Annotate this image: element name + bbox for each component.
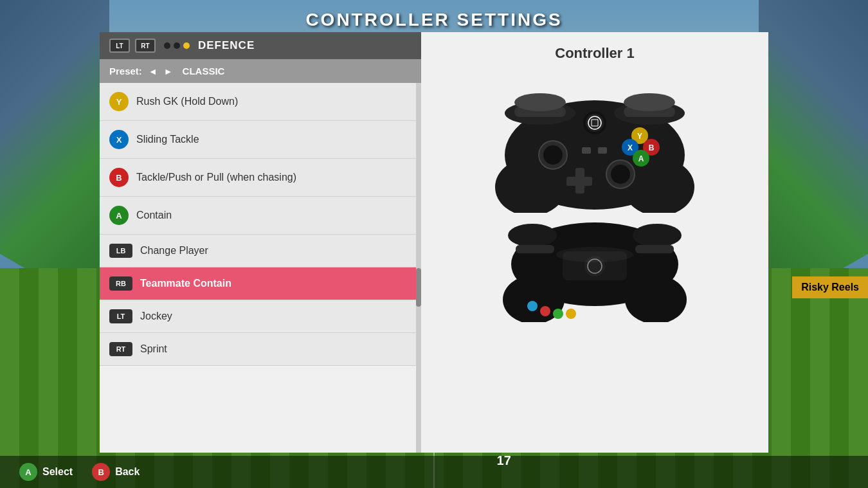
controller-display: Y X B A xyxy=(492,78,698,322)
svg-text:X: X xyxy=(628,143,633,152)
btn-lt-icon: LT xyxy=(109,309,132,323)
btn-lb-icon: LB xyxy=(109,244,132,258)
select-label: Select xyxy=(42,466,73,478)
svg-point-30 xyxy=(625,275,687,322)
svg-text:A: A xyxy=(638,154,644,163)
controls-section: LT RT DEFENCE Preset: ◄ ► CLASSIC xyxy=(100,32,421,453)
dot-2 xyxy=(174,42,180,49)
action-jockey: Jockey xyxy=(140,311,172,322)
svg-point-38 xyxy=(527,301,538,311)
preset-label: Preset: xyxy=(109,66,142,77)
control-item-sliding-tackle[interactable]: X Sliding Tackle xyxy=(100,121,421,159)
control-item-contain[interactable]: A Contain xyxy=(100,197,421,235)
controls-list: Y Rush GK (Hold Down) X Sliding Tackle B… xyxy=(100,83,421,453)
page-title: CONTROLLER SETTINGS xyxy=(0,10,868,30)
control-item-sprint[interactable]: RT Sprint xyxy=(100,333,421,366)
btn-x-icon: X xyxy=(109,130,129,149)
svg-point-39 xyxy=(540,306,550,316)
tab-bar: LT RT DEFENCE xyxy=(100,32,421,59)
preset-row[interactable]: Preset: ◄ ► CLASSIC xyxy=(100,59,421,83)
b-button-icon: B xyxy=(92,463,110,481)
svg-rect-37 xyxy=(635,245,674,253)
svg-rect-27 xyxy=(598,147,607,154)
svg-point-34 xyxy=(508,224,557,247)
action-rush-gk: Rush GK (Hold Down) xyxy=(136,96,238,107)
controller-bottom-svg xyxy=(502,216,688,322)
action-contain: Contain xyxy=(136,210,172,221)
preset-right-arrow[interactable]: ► xyxy=(164,66,173,77)
action-sliding-tackle: Sliding Tackle xyxy=(136,134,199,145)
controller-title: Controller 1 xyxy=(555,45,634,62)
control-item-jockey[interactable]: LT Jockey xyxy=(100,300,421,333)
svg-rect-17 xyxy=(566,177,592,186)
svg-point-41 xyxy=(566,309,576,319)
svg-point-7 xyxy=(514,93,566,111)
tab-dots xyxy=(164,42,190,49)
svg-rect-36 xyxy=(516,245,554,253)
scrollbar-thumb xyxy=(416,268,421,307)
title-bar: CONTROLLER SETTINGS xyxy=(0,10,868,30)
btn-rb-icon: RB xyxy=(109,276,132,291)
control-item-change-player[interactable]: LB Change Player xyxy=(100,235,421,267)
btn-rt-icon: RT xyxy=(109,342,132,356)
controller-section: Controller 1 xyxy=(421,32,768,453)
svg-rect-26 xyxy=(582,147,591,154)
controller-top-svg: Y X B A xyxy=(492,78,698,213)
svg-point-13 xyxy=(543,145,563,165)
rt-badge: RT xyxy=(135,39,156,53)
a-button-icon: A xyxy=(19,463,37,481)
lt-badge: LT xyxy=(109,39,130,53)
dot-1 xyxy=(164,42,170,49)
preset-left-arrow[interactable]: ◄ xyxy=(149,66,158,77)
action-change-player: Change Player xyxy=(140,245,208,257)
page-number: 17 xyxy=(159,453,849,468)
preset-value: CLASSIC xyxy=(183,66,225,77)
tab-title: DEFENCE xyxy=(198,39,255,52)
scrollbar[interactable] xyxy=(416,83,421,453)
action-teammate-contain: Teammate Contain xyxy=(140,278,231,289)
svg-point-40 xyxy=(553,309,563,319)
main-panel: LT RT DEFENCE Preset: ◄ ► CLASSIC xyxy=(100,32,768,453)
action-sprint: Sprint xyxy=(140,343,167,355)
control-item-teammate-contain[interactable]: RB Teammate Contain xyxy=(100,267,421,300)
control-item-rush-gk[interactable]: Y Rush GK (Hold Down) xyxy=(100,83,421,121)
btn-a-icon: A xyxy=(109,206,129,225)
svg-point-8 xyxy=(624,93,675,111)
svg-point-35 xyxy=(633,224,682,247)
bottom-bar: A Select B Back 17 xyxy=(0,456,868,488)
svg-point-15 xyxy=(611,165,630,184)
btn-b-icon: B xyxy=(109,168,129,187)
select-action: A Select xyxy=(19,463,73,481)
back-label: Back xyxy=(115,466,140,478)
risky-reels-banner: Risky Reels xyxy=(792,276,868,298)
btn-y-icon: Y xyxy=(109,92,129,111)
back-action[interactable]: B Back xyxy=(92,463,140,481)
svg-text:B: B xyxy=(649,143,655,152)
control-item-tackle-push[interactable]: B Tackle/Push or Pull (when chasing) xyxy=(100,159,421,197)
svg-point-42 xyxy=(556,247,633,262)
dot-3 xyxy=(183,42,190,49)
action-tackle-push: Tackle/Push or Pull (when chasing) xyxy=(136,172,296,183)
svg-text:Y: Y xyxy=(637,132,642,141)
main-content: LT RT DEFENCE Preset: ◄ ► CLASSIC xyxy=(100,32,768,453)
